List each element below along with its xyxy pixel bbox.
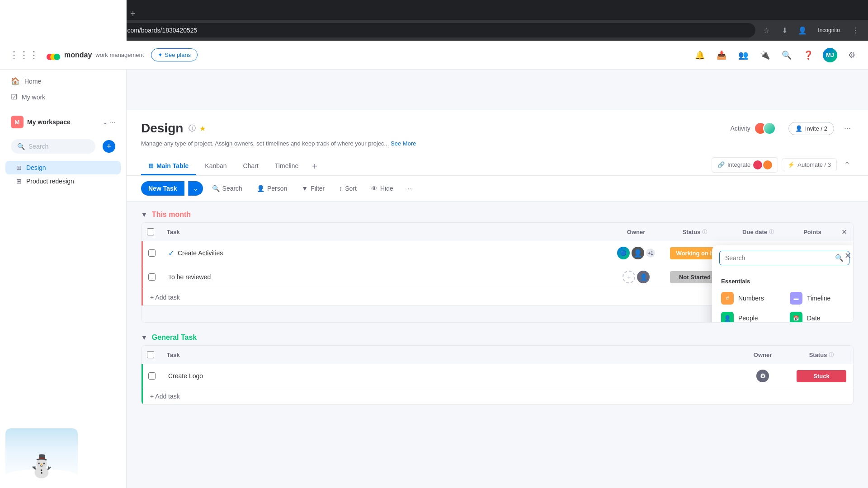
group-toggle-general[interactable]: ▼ (141, 334, 147, 341)
search-btn[interactable]: 🔍 Search (207, 182, 248, 195)
integrate-btn[interactable]: 🔗 Integrate (712, 157, 778, 173)
row-owner-logo[interactable]: ⚙ (736, 364, 790, 388)
incognito-badge[interactable]: Incognito (813, 25, 844, 35)
team-icon[interactable]: 👥 (736, 48, 750, 62)
board-more-actions-btn[interactable]: ··· (841, 121, 854, 136)
info-icon[interactable]: ⓘ (189, 124, 196, 133)
new-task-dropdown-btn[interactable]: ⌄ (188, 181, 203, 196)
home-icon: 🏠 (11, 77, 20, 85)
svg-point-2 (54, 54, 60, 60)
group-title-this-month[interactable]: This month (152, 211, 191, 219)
inbox-icon[interactable]: 📥 (714, 48, 729, 62)
filter-btn[interactable]: ▼ Filter (296, 182, 330, 195)
help-icon[interactable]: ❓ (801, 48, 816, 62)
hide-btn[interactable]: 👁 Hide (366, 182, 399, 195)
header-checkbox[interactable] (142, 223, 160, 241)
person-btn[interactable]: 👤 Person (251, 182, 292, 195)
bookmark-star-btn[interactable]: ☆ (759, 23, 774, 38)
grid-icon[interactable]: ⋮⋮⋮ (9, 49, 39, 61)
main-table-label: Main Table (156, 162, 189, 169)
new-tab-btn[interactable]: + (127, 7, 139, 20)
activity-label: Activity (731, 125, 750, 132)
board-content: ▼ This month Task Owner Status ⓘ Due (127, 202, 868, 425)
header-close[interactable]: ✕ (835, 228, 853, 236)
add-view-btn[interactable]: + (307, 159, 322, 174)
add-task-label-1: + Add task (150, 294, 180, 301)
add-task-row-2[interactable]: + Add task (142, 388, 853, 404)
header-task-g: Task (160, 346, 736, 364)
notifications-icon[interactable]: 🔔 (693, 48, 707, 62)
tab-kanban[interactable]: Kanban (198, 158, 234, 175)
sidebar-home-label: Home (24, 78, 41, 85)
add-board-btn[interactable]: + (103, 140, 115, 153)
sidebar-item-home[interactable]: 🏠 Home (5, 73, 121, 89)
owner-avatar-1: 🔵 (617, 247, 630, 259)
dropdown-item-people[interactable]: 👤 People (721, 310, 779, 323)
sidebar-board-product-redesign[interactable]: ⊞ Product redesign (5, 174, 121, 188)
activity-avatar-2 (763, 122, 776, 135)
group-toggle-this-month[interactable]: ▼ (141, 211, 147, 218)
sidebar-search[interactable]: 🔍 Search (11, 139, 95, 154)
new-task-btn[interactable]: New Task (141, 181, 184, 196)
sidebar: 🏠 Home ☑ My work M My workspace ⌄ ··· 🔍 … (0, 0, 127, 488)
dropdown-close-btn[interactable]: ✕ (844, 251, 851, 261)
owner-avatar-2: 👤 (637, 271, 650, 283)
status-info-icon[interactable]: ⓘ (702, 229, 707, 235)
user-avatar[interactable]: MJ (823, 48, 837, 62)
download-btn[interactable]: ⬇ (777, 23, 792, 38)
star-icon[interactable]: ★ (199, 124, 206, 133)
dropdown-item-numbers[interactable]: # Numbers (721, 290, 779, 306)
dropdown-search-input[interactable] (725, 254, 831, 262)
activity-btn[interactable]: Activity (725, 119, 781, 137)
more-toolbar-btn[interactable]: ··· (402, 182, 419, 195)
dropdown-item-timeline[interactable]: ▬ Timeline (790, 290, 848, 306)
close-icon[interactable]: ✕ (841, 228, 847, 236)
settings-icon[interactable]: ⚙ (844, 48, 859, 62)
address-bar[interactable]: 🔒 moodjoy.monday.com/boards/1830420525 (60, 23, 755, 38)
group-title-general[interactable]: General Task (152, 333, 197, 342)
status-info-icon-g[interactable]: ⓘ (829, 352, 834, 358)
see-plans-btn[interactable]: ✦ See plans (151, 48, 198, 61)
tab-main-table[interactable]: ⊞ Main Table (141, 158, 196, 175)
row-owner-2[interactable]: + 👤 (609, 265, 663, 289)
search-topbar-icon[interactable]: 🔍 (779, 48, 794, 62)
integrate-icons (753, 160, 772, 169)
tab-chart[interactable]: Chart (236, 158, 266, 175)
group-header-this-month: ▼ This month (141, 211, 854, 219)
workspace-header[interactable]: M My workspace ⌄ ··· (5, 112, 121, 132)
sidebar-board-design[interactable]: ⊞ Design (5, 161, 121, 174)
row-checkbox-2[interactable] (143, 268, 161, 286)
sort-label: Sort (345, 185, 357, 192)
row-task-name-logo[interactable]: Create Logo (161, 367, 736, 385)
row-checkbox-1[interactable] (143, 244, 161, 262)
sidebar-item-mywork[interactable]: ☑ My work (5, 89, 121, 105)
workspace-expand-btn[interactable]: ⌄ (103, 118, 108, 126)
table-row-create-logo: Create Logo ⚙ Stuck (142, 364, 853, 388)
duedate-info-icon[interactable]: ⓘ (769, 229, 774, 235)
integration-icon-1 (753, 160, 762, 169)
row-task-name-2[interactable]: To be reviewed (161, 268, 609, 286)
automate-btn[interactable]: ⚡ Automate / 3 (782, 158, 837, 171)
invite-btn[interactable]: 👤 Invite / 2 (788, 122, 834, 135)
row-owner-1[interactable]: 🔵 👤 +1 (609, 241, 663, 265)
workspace-more-btn[interactable]: ··· (110, 118, 115, 126)
see-more-link[interactable]: See More (391, 140, 416, 147)
sort-btn[interactable]: ↕ Sort (334, 182, 362, 195)
header-checkbox-g[interactable] (142, 346, 160, 364)
timeline-label: Timeline (275, 162, 298, 169)
workspace-badge: M (11, 116, 24, 128)
profile-btn[interactable]: 👤 (795, 23, 810, 38)
tab-timeline[interactable]: Timeline (268, 158, 306, 175)
integrate-icon: 🔗 (717, 161, 725, 168)
collapse-btn[interactable]: ⌃ (840, 159, 854, 171)
row-status-logo[interactable]: Stuck (790, 366, 853, 386)
dropdown-item-date[interactable]: 📅 Date (790, 310, 848, 323)
group-general-task: ▼ General Task Task Owner Status ⓘ (141, 333, 854, 405)
row-checkbox-logo[interactable] (143, 367, 161, 385)
automate-icon: ⚡ (788, 161, 795, 168)
timeline-label-dropdown: Timeline (807, 295, 830, 302)
menu-btn[interactable]: ⋮ (848, 23, 863, 38)
select-all-checkbox[interactable] (147, 228, 154, 235)
integrations-icon[interactable]: 🔌 (758, 48, 772, 62)
row-task-name-1[interactable]: ✓ Create Activities (161, 244, 609, 263)
